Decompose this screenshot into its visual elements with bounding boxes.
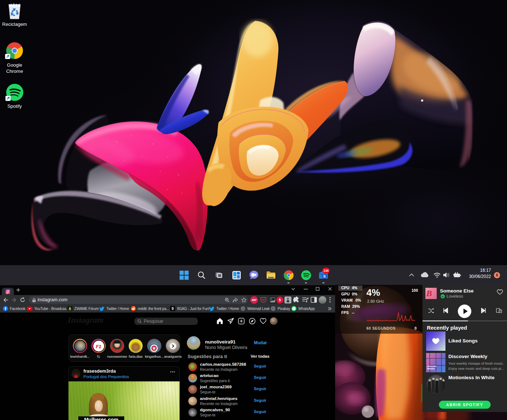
svg-text:9: 9 (172, 307, 174, 311)
svg-text:b: b (323, 274, 326, 278)
